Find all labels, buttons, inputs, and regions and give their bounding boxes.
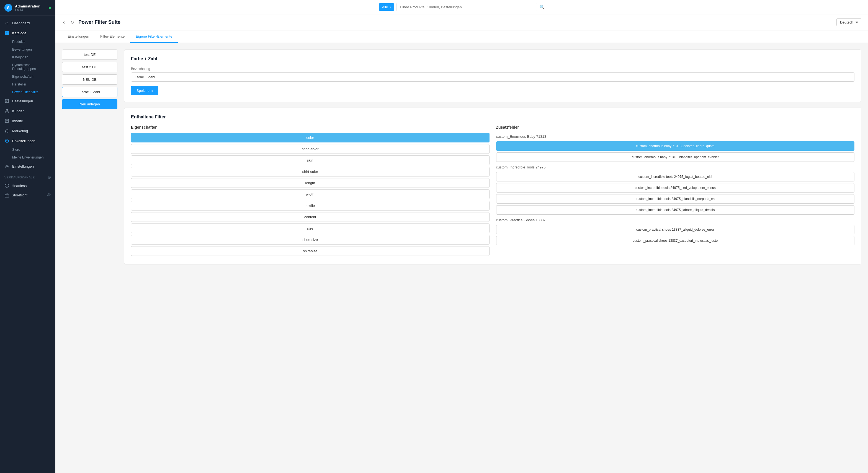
- detail-card-title: Farbe + Zahl: [131, 57, 855, 61]
- eigenschaften-item-content[interactable]: content: [131, 212, 490, 222]
- filter-columns: Eigenschaften colorshoe-colorskinshirt-c…: [131, 125, 855, 258]
- einstellungen-icon: [4, 164, 9, 169]
- search-input[interactable]: [397, 3, 537, 11]
- filter-list: test DE test 2 DE NEU DE Farbe + Zahl Ne…: [62, 49, 117, 109]
- save-button[interactable]: Speichern: [131, 86, 158, 95]
- zusatz-item-custom-practical-shoes-13837-aliquid-dolores-error[interactable]: custom_practical shoes 13837_aliquid_dol…: [496, 225, 855, 234]
- zusatz-group-header-practical-shoes-13837: custom_Practical Shoes 13837: [496, 216, 855, 224]
- main-content: Alle ▾ 🔍 ‹ ↻ Power Filter Suite Deutsch …: [55, 0, 868, 473]
- sidebar-sub-store[interactable]: Store: [0, 146, 55, 154]
- sidebar-sub-hersteller[interactable]: Hersteller: [0, 80, 55, 88]
- sidebar-sub-produkte[interactable]: Produkte: [0, 38, 55, 46]
- svg-marker-16: [5, 184, 9, 188]
- tabs-bar: Einstellungen Filter-Elemente Eigene Fil…: [55, 30, 868, 43]
- sidebar-sub-kategorien[interactable]: Kategorien: [0, 54, 55, 61]
- svg-rect-0: [5, 31, 7, 33]
- svg-rect-3: [7, 33, 9, 35]
- enthaltene-filter-title: Enthaltene Filter: [131, 114, 855, 120]
- bezeichnung-label: Bezeichnung: [131, 67, 855, 71]
- bestellungen-icon: [4, 99, 9, 103]
- bezeichnung-input[interactable]: [131, 72, 855, 81]
- zusatz-group-header-enormous-baby-71313: custom_Enormous Baby 71313: [496, 133, 855, 140]
- refresh-button[interactable]: ↻: [69, 19, 75, 26]
- verkaufskanaele-section: Verkaufskanäle ⊕: [0, 171, 55, 181]
- storefront-eye-icon[interactable]: [46, 193, 51, 198]
- filter-list-item-neu-de[interactable]: NEU DE: [62, 74, 117, 85]
- eigenschaften-item-size[interactable]: size: [131, 224, 490, 233]
- eigenschaften-item-shirt-color[interactable]: shirt-color: [131, 167, 490, 176]
- sidebar-item-storefront[interactable]: Storefront: [0, 190, 55, 200]
- right-panel: Farbe + Zahl Bezeichnung Speichern Entha…: [124, 49, 861, 270]
- tab-filter-elemente[interactable]: Filter-Elemente: [95, 30, 130, 43]
- sidebar-nav: ⊙ Dashboard Kataloge Produkte Bewertunge…: [0, 16, 55, 473]
- app-name: Administration: [15, 4, 40, 8]
- tab-eigene-filter-elemente[interactable]: Eigene Filter-Elemente: [130, 30, 178, 43]
- eigenschaften-item-textile[interactable]: textile: [131, 201, 490, 210]
- eigenschaften-item-shirt-size[interactable]: shirt-size: [131, 246, 490, 256]
- kunden-icon: [4, 108, 9, 113]
- inhalte-icon: [4, 119, 9, 123]
- eigenschaften-item-length[interactable]: length: [131, 178, 490, 188]
- svg-point-14: [6, 140, 7, 141]
- tab-einstellungen[interactable]: Einstellungen: [62, 30, 95, 43]
- zusatz-item-custom-incredible-tools-24975-sed-voluptatem-minus[interactable]: custom_incredible tools 24975_sed_volupt…: [496, 183, 855, 193]
- kunden-label: Kunden: [12, 109, 25, 113]
- kataloge-icon: [4, 30, 9, 35]
- eigenschaften-item-width[interactable]: width: [131, 190, 490, 199]
- sidebar-item-inhalte[interactable]: Inhalte: [0, 116, 55, 126]
- search-category-button[interactable]: Alle ▾: [379, 3, 395, 11]
- content-area: test DE test 2 DE NEU DE Farbe + Zahl Ne…: [55, 43, 868, 473]
- enthaltene-filter-card: Enthaltene Filter Eigenschaften colorsho…: [124, 108, 861, 264]
- filter-list-item-test-de[interactable]: test DE: [62, 49, 117, 60]
- sidebar-sub-power-filter-suite[interactable]: Power Filter Suite: [0, 88, 55, 96]
- zusatz-item-custom-enormous-baby-71313-blanditiis-aperiam-eveniet[interactable]: custom_enormous baby 71313_blanditiis_ap…: [496, 153, 855, 162]
- sidebar-item-kataloge[interactable]: Kataloge: [0, 28, 55, 38]
- eigenschaften-column-title: Eigenschaften: [131, 125, 490, 130]
- sidebar-item-headless[interactable]: Headless: [0, 181, 55, 190]
- filter-list-item-test-2-de[interactable]: test 2 DE: [62, 62, 117, 72]
- sidebar-sub-bewertungen[interactable]: Bewertungen: [0, 46, 55, 54]
- language-selector-wrapper: Deutsch English: [836, 18, 861, 26]
- kataloge-label: Kataloge: [12, 31, 26, 35]
- language-select[interactable]: Deutsch English: [836, 18, 861, 26]
- eigenschaften-item-shoe-size[interactable]: shoe-size: [131, 235, 490, 244]
- search-button[interactable]: 🔍: [539, 4, 545, 10]
- svg-rect-2: [5, 33, 7, 35]
- sidebar-item-bestellungen[interactable]: Bestellungen: [0, 96, 55, 106]
- zusatz-item-custom-incredible-tools-24975-blanditiis-corporis-ea[interactable]: custom_incredible tools 24975_blanditiis…: [496, 194, 855, 204]
- svg-rect-9: [5, 119, 8, 123]
- einstellungen-label: Einstellungen: [12, 164, 34, 168]
- erweiterungen-icon: [4, 138, 9, 143]
- marketing-label: Marketing: [12, 129, 28, 133]
- sidebar-header: S Administration 6.6.4.1: [0, 0, 55, 16]
- eigenschaften-item-skin[interactable]: skin: [131, 156, 490, 165]
- add-channel-icon[interactable]: ⊕: [48, 174, 51, 180]
- filter-list-item-farbe-zahl[interactable]: Farbe + Zahl: [62, 87, 117, 97]
- svg-rect-17: [5, 195, 9, 197]
- bestellungen-label: Bestellungen: [12, 99, 33, 103]
- sidebar-sub-eigenschaften[interactable]: Eigenschaften: [0, 73, 55, 80]
- sidebar-item-kunden[interactable]: Kunden: [0, 106, 55, 116]
- sidebar-item-dashboard[interactable]: ⊙ Dashboard: [0, 18, 55, 28]
- zusatz-item-custom-incredible-tools-24975-fugiat-beatae-nisi[interactable]: custom_incredible tools 24975_fugiat_bea…: [496, 172, 855, 181]
- zusatzfelder-column: Zusatzfelder custom_Enormous Baby 71313c…: [496, 125, 855, 258]
- eigenschaften-item-shoe-color[interactable]: shoe-color: [131, 144, 490, 154]
- eigenschaften-item-color[interactable]: color: [131, 133, 490, 142]
- erweiterungen-label: Erweiterungen: [12, 139, 35, 143]
- zusatz-item-custom-practical-shoes-13837-excepturi-molestias-iusto[interactable]: custom_practical shoes 13837_excepturi_m…: [496, 236, 855, 245]
- sidebar-item-marketing[interactable]: Marketing: [0, 126, 55, 136]
- sidebar-sub-dynamische-produktgruppen[interactable]: Dynamische Produktgruppen: [0, 61, 55, 73]
- sidebar-sub-meine-erweiterungen[interactable]: Meine Erweiterungen: [0, 154, 55, 161]
- zusatz-item-custom-enormous-baby-71313-dolores-libero-quam[interactable]: custom_enormous baby 71313_dolores_liber…: [496, 141, 855, 151]
- zusatz-item-custom-incredible-tools-24975-labore-aliquid-debitis[interactable]: custom_incredible tools 24975_labore_ali…: [496, 205, 855, 215]
- marketing-icon: [4, 128, 9, 133]
- sidebar-item-erweiterungen[interactable]: Erweiterungen: [0, 136, 55, 146]
- sidebar: S Administration 6.6.4.1 ⊙ Dashboard Kat…: [0, 0, 55, 473]
- svg-point-8: [6, 109, 8, 111]
- sidebar-item-label: Dashboard: [12, 21, 30, 25]
- page-title: Power Filter Suite: [79, 20, 120, 25]
- sidebar-item-einstellungen[interactable]: Einstellungen: [0, 161, 55, 171]
- new-button[interactable]: Neu anlegen: [62, 99, 117, 109]
- back-button[interactable]: ‹: [62, 18, 66, 26]
- zusatz-group-header-incredible-tools-24975: custom_Incredible Tools 24975: [496, 164, 855, 171]
